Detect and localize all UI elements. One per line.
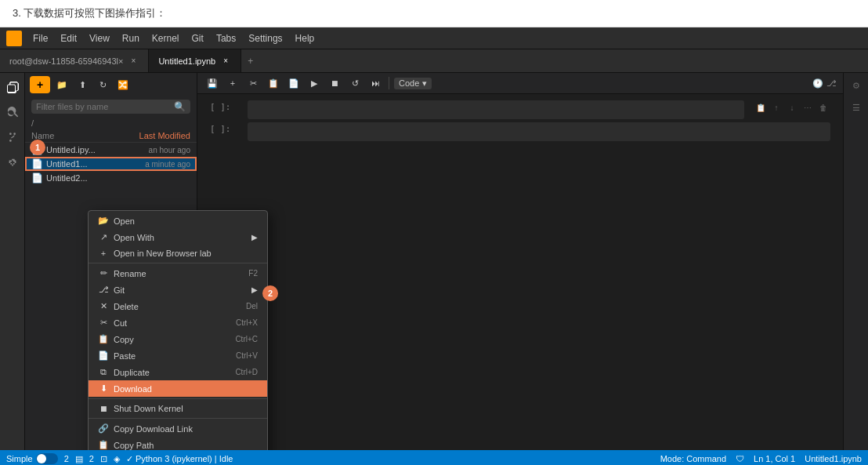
file-search[interactable]: 🔍 [31,100,190,114]
upload-button[interactable]: ⬆ [74,76,91,93]
activity-extensions[interactable] [2,151,24,173]
tab-notebook-close[interactable]: × [220,56,231,67]
tab-terminal-label: root@dsw-11858-65946943l× [9,56,123,66]
shutdown-icon: ⏹ [98,404,109,413]
ctx-open-label: Open [114,216,258,226]
nb-save[interactable]: 💾 [204,74,221,92]
ctx-copy-download-link[interactable]: 🔗 Copy Download Link [89,420,267,437]
right-properties-icon[interactable]: ☰ [847,98,866,117]
nb-code-selector[interactable]: Code ▾ [394,78,432,89]
menu-tabs[interactable]: Tabs [212,31,241,45]
ctx-duplicate-label: Duplicate [114,368,230,377]
svg-point-0 [9,133,12,135]
simple-toggle[interactable]: Simple [6,453,58,464]
status-right: Mode: Command 🛡 Ln 1, Col 1 Untitled1.ip… [660,454,862,463]
ctx-download-label: Download [114,384,258,394]
cell-content-0[interactable] [248,100,744,119]
search-input[interactable] [36,102,174,111]
menu-run[interactable]: Run [118,31,144,45]
file-icon-2: 📄 [31,173,43,183]
nb-restart[interactable]: ↺ [346,74,363,92]
activity-search[interactable] [2,101,24,123]
ctx-copy-path[interactable]: 📋 Copy Path [89,437,267,450]
cell-actions-0: 📋 ↑ ↓ ⋯ 🗑 [754,100,830,114]
nb-cut-cell[interactable]: ✂ [244,74,262,92]
cut-icon: ✂ [98,318,109,328]
right-settings-icon[interactable]: ⚙ [847,76,866,95]
file-name-0: Untitled.ipy... [46,145,149,154]
nb-add-cell[interactable]: + [224,74,241,92]
ctx-open[interactable]: 📂 Open [89,213,267,229]
ctx-paste-shortcut: Ctrl+V [236,351,258,360]
ctx-open-with[interactable]: ↗ Open With ▶ [89,229,267,245]
ctx-copy[interactable]: 📋 Copy Ctrl+C [89,331,267,347]
ctx-git-label: Git [114,285,247,295]
file-item-1[interactable]: 📄 Untitled1... a minute ago [25,157,197,171]
cell-0: [ ]: 📋 ↑ ↓ ⋯ 🗑 [210,100,830,119]
menu-edit[interactable]: Edit [56,31,81,45]
status-pages: 2 [64,454,69,463]
app-logo [6,31,22,46]
context-menu: 📂 Open ↗ Open With ▶ + Open in New Brows… [88,210,268,450]
header-modified: Last Modified [139,131,190,140]
file-item-0[interactable]: 📄 Untitled.ipy... an hour ago [25,143,197,157]
ctx-open-browser[interactable]: + Open in New Browser lab [89,245,267,261]
tab-terminal-close[interactable]: × [128,56,139,67]
ctx-duplicate[interactable]: ⧉ Duplicate Ctrl+D [89,364,267,380]
status-kernel-status[interactable]: ✓ Python 3 (ipykernel) | Idle [126,454,233,464]
menu-file[interactable]: File [28,31,52,45]
step-number-1: 1 [30,140,45,155]
menu-view[interactable]: View [85,31,114,45]
tab-terminal[interactable]: root@dsw-11858-65946943l× × [0,49,149,72]
ctx-shutdown-kernel[interactable]: ⏹ Shut Down Kernel [89,401,267,416]
nb-restart-run[interactable]: ⏭ [367,74,384,92]
ctx-cut-label: Cut [114,318,231,328]
git-button[interactable]: 🔀 [114,76,132,93]
download-icon: ⬇ [98,383,109,394]
ctx-git[interactable]: ⎇ Git ▶ [89,282,267,298]
status-left: Simple 2 ▤ 2 ⊡ ◈ ✓ Python 3 (ipykernel) … [6,453,233,464]
ctx-duplicate-shortcut: Ctrl+D [235,368,258,376]
ctx-cut[interactable]: ✂ Cut Ctrl+X [89,314,267,331]
new-folder-button[interactable]: 📁 [53,76,71,93]
ctx-download[interactable]: ⬇ Download [89,380,267,397]
ctx-shutdown-label: Shut Down Kernel [114,404,258,413]
duplicate-icon: ⧉ [98,367,109,377]
nb-run[interactable]: ▶ [306,74,323,92]
nb-paste-cell[interactable]: 📄 [285,74,302,92]
tab-notebook[interactable]: Untitled1.ipynb × [149,49,241,72]
menu-kernel[interactable]: Kernel [147,31,184,45]
toggle-track[interactable] [36,453,58,464]
search-icon: 🔍 [174,101,186,112]
status-filename: Untitled1.ipynb [805,454,862,463]
cell-up-btn-0[interactable]: ↑ [769,100,783,114]
menu-git[interactable]: Git [187,31,208,45]
status-kernel-label: Python 3 (ipykernel) | Idle [136,454,233,463]
ctx-paste[interactable]: 📄 Paste Ctrl+V [89,347,267,364]
open-icon: 📂 [98,216,109,226]
new-launcher-button[interactable]: + [30,76,50,93]
breadcrumb: / [25,117,197,129]
nb-interrupt[interactable]: ⏹ [326,74,343,92]
cell-1: [ ]: [210,122,830,141]
rename-icon: ✏ [98,268,109,278]
svg-point-1 [13,133,16,135]
tab-add[interactable]: + [241,56,259,67]
menu-settings[interactable]: Settings [244,31,287,45]
file-item-2[interactable]: 📄 Untitled2... [25,171,197,185]
activity-git[interactable] [2,126,24,148]
cell-content-1[interactable] [248,122,830,141]
cell-down-btn-0[interactable]: ↓ [785,100,799,114]
nb-copy-cell[interactable]: 📋 [265,74,282,92]
status-nav-icon[interactable]: ◈ [114,454,120,464]
cell-delete-btn-0[interactable]: 🗑 [816,100,830,114]
cell-more-btn-0[interactable]: ⋯ [801,100,815,114]
ctx-rename[interactable]: ✏ Rename F2 [89,265,267,282]
right-panel: ⚙ ☰ [843,73,868,450]
cell-copy-btn-0[interactable]: 📋 [754,100,768,114]
ctx-delete[interactable]: ✕ Delete Del [89,298,267,314]
menu-help[interactable]: Help [291,31,320,45]
ctx-open-with-label: Open With [114,233,247,242]
activity-files[interactable] [2,76,24,98]
refresh-button[interactable]: ↻ [94,76,111,93]
